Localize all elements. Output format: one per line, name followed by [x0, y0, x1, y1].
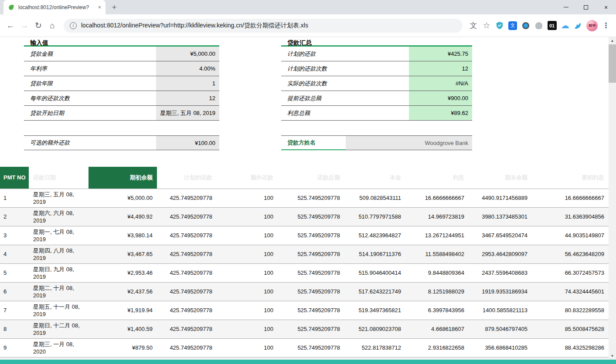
cell: 7 [0, 301, 29, 320]
cell: 3 [0, 226, 29, 245]
cell: 425.7495209778 [157, 226, 217, 245]
cell: 星期日, 九月 08, 2019 [29, 263, 88, 282]
scroll-up-arrow-icon[interactable]: ▲ [609, 37, 616, 44]
tab-close-icon[interactable]: × [98, 4, 101, 10]
panel-row: 贷款年限1 [24, 76, 219, 91]
cell: 100 [217, 282, 278, 301]
scroll-down-arrow-icon[interactable]: ▼ [609, 352, 616, 360]
row-value: ¥100.00 [156, 136, 219, 150]
cell: 510.7797971588 [344, 207, 405, 226]
cell: ¥4,490.92 [88, 207, 157, 226]
back-button[interactable]: ← [3, 19, 17, 33]
cell: 525.7495209778 [278, 320, 344, 338]
address-bar[interactable]: i localhost:8012/onlinePreview?url=http:… [64, 19, 463, 33]
table-row: 1星期三, 五月 08, 2019¥5,000.00425.7495209778… [0, 189, 609, 207]
header-cell: 本金 [344, 167, 405, 189]
cell: 525.7495209778 [278, 263, 344, 282]
url-text[interactable]: localhost:8012/onlinePreview?url=http://… [81, 22, 308, 30]
cell: 31.6363904856 [532, 207, 609, 226]
preview-footer-bar [0, 360, 616, 364]
bookmark-star-icon[interactable]: ☆ [480, 19, 493, 33]
summary-panel-title: 贷款汇总 [281, 37, 472, 47]
scrollbar-thumb[interactable] [609, 44, 616, 83]
cell: 425.7495209778 [157, 189, 217, 207]
row-label: 提前还款总额 [281, 91, 409, 105]
cell: 525.7495209778 [278, 338, 344, 357]
cell: 星期三, 五月 08, 2019 [29, 189, 88, 207]
cell: ¥1,400.59 [88, 320, 157, 338]
browser-titlebar: localhost:8012/onlinePreview? × + × [0, 0, 616, 14]
cell: 425.7495209778 [157, 245, 217, 263]
header-cell: 利息 [405, 167, 469, 189]
row-value: ¥89.62 [409, 106, 472, 120]
cell: 16.6666666667 [405, 189, 469, 207]
profile-avatar[interactable]: 精华 [586, 20, 598, 31]
cell: 425.7495209778 [157, 282, 217, 301]
cell: 4490.9171456889 [469, 189, 532, 207]
cell: 425.7495209778 [157, 338, 217, 357]
close-button[interactable]: × [596, 0, 616, 14]
minimize-button[interactable] [556, 0, 576, 14]
home-button[interactable]: ⌂ [45, 19, 59, 33]
row-value: ¥5,000.00 [156, 47, 219, 61]
cell: 8.1251988029 [405, 282, 469, 301]
panel-row: 提前还款总额¥900.00 [281, 91, 472, 106]
row-label: 利息总额 [281, 106, 409, 120]
header-cell: 计划的还款 [157, 167, 217, 189]
panel-row: 利息总额¥89.62 [281, 106, 472, 121]
cell: 1919.9353186934 [469, 282, 532, 301]
cell: 9 [0, 338, 29, 357]
summary-panel: 贷款汇总 计划的还款¥425.75计划的还款次数12实际的还款次数#N/A提前还… [281, 37, 472, 150]
row-label: 可选的额外还款 [24, 136, 156, 150]
reload-button[interactable]: ↻ [31, 19, 45, 33]
input-panel-rows: 贷款金额¥5,000.00年利率4.00%贷款年限1每年的还款次数12贷款开始日… [24, 47, 219, 121]
input-panel-title: 输入值 [24, 37, 219, 47]
cell: 星期六, 六月 08, 2019 [29, 207, 88, 226]
cell: ¥2,437.56 [88, 282, 157, 301]
cell: 星期三, 一月 08, 2020 [29, 338, 88, 357]
ring-extension-icon[interactable] [519, 19, 532, 33]
cell: 8 [0, 320, 29, 338]
cell: 2 [0, 207, 29, 226]
lender-name-value: Woodgrove Bank [346, 136, 472, 150]
schedule-table: PMT NO还款日期期初余额计划的还款额外还款还款总额本金利息期末余额累积利息 … [0, 167, 609, 360]
header-cell: 还款总额 [278, 167, 344, 189]
blank-row [24, 121, 219, 135]
new-tab-button[interactable]: + [108, 2, 120, 13]
cell: 525.7495209778 [278, 282, 344, 301]
vertical-scrollbar[interactable]: ▲ ▼ [609, 37, 616, 360]
cell: 100 [217, 320, 278, 338]
browser-toolbar: ← → ↻ ⌂ i localhost:8012/onlinePreview?u… [0, 14, 616, 37]
row-value: 1 [156, 76, 219, 91]
cell: 521.0809023708 [344, 320, 405, 338]
table-row: 5星期日, 九月 08, 2019¥2,953.46425.7495209778… [0, 263, 609, 282]
table-row: 9星期三, 一月 08, 2020¥879.50425.749520977810… [0, 338, 609, 357]
bird-extension-icon[interactable] [572, 19, 585, 33]
ring-icon [522, 22, 529, 29]
translate-icon[interactable]: 文 [467, 19, 480, 33]
row-label: 年利率 [24, 61, 156, 76]
shield-extension-icon[interactable] [493, 19, 506, 33]
gray-extension-icon[interactable] [532, 19, 545, 33]
cell: ¥3,467.65 [88, 245, 157, 263]
cloud-extension-icon[interactable]: ☁ [558, 19, 572, 33]
tab-title: localhost:8012/onlinePreview? [18, 4, 95, 10]
panel-row: 贷款开始日期星期三, 五月 08, 2019 [24, 106, 219, 121]
cell: 13.2671244951 [405, 226, 469, 245]
cell: 6 [0, 282, 29, 301]
panel-row: 可选的额外还款 ¥100.00 [24, 135, 219, 150]
translate-extension-icon[interactable]: 文 [506, 19, 519, 33]
maximize-button[interactable] [576, 0, 596, 14]
info-icon[interactable]: i [70, 22, 77, 29]
forward-button[interactable]: → [17, 19, 31, 33]
badge-01-extension-icon[interactable]: 01 [545, 19, 558, 33]
header-cell: PMT NO [0, 167, 29, 189]
cell: 3980.1373485301 [469, 207, 532, 226]
browser-tab[interactable]: localhost:8012/onlinePreview? × [3, 0, 106, 14]
lender-row: 贷款方姓名 Woodgrove Bank [281, 135, 472, 150]
cell: 星期一, 七月 08, 2019 [29, 226, 88, 245]
cell: 517.6243221749 [344, 282, 405, 301]
kebab-menu-icon[interactable]: ⋮ [599, 19, 613, 33]
cell: 425.7495209778 [157, 320, 217, 338]
cell: 525.7495209778 [278, 245, 344, 263]
